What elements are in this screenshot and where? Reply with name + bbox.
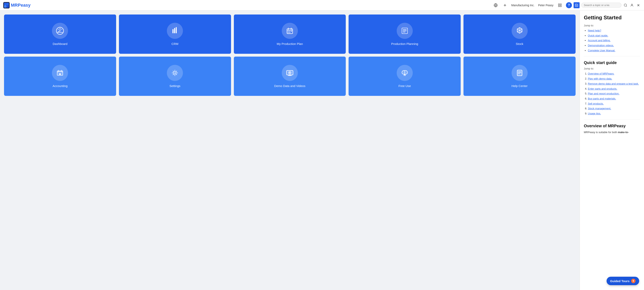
- getting-started-sidebar: Getting Started Jump to: Need help? Quic…: [580, 11, 644, 290]
- add-icon[interactable]: [502, 3, 508, 8]
- qs-link-2[interactable]: Play with demo data.: [588, 77, 612, 80]
- main-layout: Dashboard CRM: [0, 11, 644, 290]
- jump-to-label-2: Jump to:: [584, 67, 640, 70]
- qs-link-8[interactable]: Stock management.: [588, 107, 611, 110]
- svg-rect-10: [560, 4, 562, 5]
- logo-area: MRPeasy: [3, 2, 30, 9]
- tile-help-center[interactable]: Help Center: [464, 57, 576, 96]
- svg-rect-26: [176, 28, 177, 33]
- jump-link-item: Need help?: [588, 28, 640, 33]
- crm-icon-circle: [167, 23, 183, 39]
- tile-production-planning-label: Production Planning: [391, 42, 418, 46]
- tile-production-planning[interactable]: Production Planning: [348, 15, 461, 54]
- tile-settings-label: Settings: [170, 84, 180, 88]
- free-use-icon-circle: [397, 65, 413, 81]
- qs-link-item: Remove demo data and prepare a test task…: [588, 81, 640, 86]
- globe-icon[interactable]: [493, 3, 498, 8]
- svg-rect-37: [288, 32, 288, 33]
- accounting-icon-circle: [52, 65, 68, 81]
- sidebar-jump-links: Need help? Quick start guide. Account an…: [584, 28, 640, 53]
- account-icon[interactable]: [630, 3, 634, 8]
- demo-data-icon-circle: [282, 65, 298, 81]
- search-icon[interactable]: [623, 3, 628, 8]
- sidebar-title: Getting Started: [584, 15, 640, 21]
- tile-crm[interactable]: CRM: [119, 15, 231, 54]
- search-bar: [581, 3, 622, 8]
- qs-link-9[interactable]: Usage tips.: [588, 112, 601, 115]
- dashboard-icon-circle: [52, 23, 68, 39]
- tile-demo-data-label: Demo Data and Videos: [274, 84, 306, 88]
- qs-link-item: Sell products.: [588, 101, 640, 106]
- svg-line-14: [626, 6, 627, 7]
- svg-point-27: [172, 29, 174, 30]
- search-input[interactable]: [584, 4, 610, 7]
- user-avatar-icon[interactable]: [557, 3, 563, 8]
- svg-rect-2: [6, 3, 9, 5]
- qs-link-1[interactable]: Overview of MRPeasy.: [588, 72, 614, 75]
- tile-accounting[interactable]: Accounting: [4, 57, 116, 96]
- svg-rect-9: [558, 4, 560, 5]
- svg-rect-4: [6, 5, 9, 8]
- jump-link-quick-start[interactable]: Quick start guide.: [588, 34, 608, 37]
- tile-free-use-label: Free Use: [398, 84, 411, 88]
- grid-area: Dashboard CRM: [0, 11, 580, 290]
- svg-rect-35: [290, 31, 290, 32]
- qs-link-item: Enter parts and products.: [588, 86, 640, 91]
- tile-accounting-label: Accounting: [52, 84, 68, 88]
- user-name: Peter Peasy: [538, 4, 554, 7]
- qs-link-5[interactable]: Plan and report production.: [588, 92, 620, 95]
- jump-link-need-help[interactable]: Need help?: [588, 29, 601, 32]
- overview-title: Overview of MRPeasy: [584, 124, 640, 128]
- jump-link-item: Account and billing.: [588, 38, 640, 43]
- qs-link-3[interactable]: Remove demo data and prepare a test task…: [588, 82, 639, 85]
- svg-point-28: [174, 28, 175, 29]
- guided-tours-label: Guided Tours: [610, 279, 630, 283]
- svg-point-15: [631, 4, 632, 5]
- svg-rect-25: [174, 29, 175, 33]
- jump-link-item: Demonstration videos.: [588, 43, 640, 48]
- guided-tours-badge: 6: [631, 279, 636, 283]
- svg-rect-36: [291, 31, 292, 32]
- svg-point-29: [176, 27, 177, 28]
- qs-link-4[interactable]: Enter parts and products.: [588, 87, 617, 90]
- qs-link-7[interactable]: Sell products.: [588, 102, 604, 105]
- svg-rect-38: [290, 32, 290, 33]
- svg-point-19: [60, 31, 60, 32]
- tile-dashboard[interactable]: Dashboard: [4, 15, 116, 54]
- logo-text: MRPeasy: [11, 3, 30, 8]
- mrpeasy-logo-icon: [3, 2, 10, 9]
- close-icon[interactable]: [636, 3, 641, 8]
- svg-rect-34: [288, 31, 288, 32]
- qs-link-6[interactable]: Buy parts and materials.: [588, 97, 616, 100]
- production-planning-icon-circle: [397, 23, 413, 39]
- tile-settings[interactable]: Settings: [119, 57, 231, 96]
- guided-tours-button[interactable]: Guided Tours 6: [606, 277, 639, 285]
- qs-link-item: Buy parts and materials.: [588, 96, 640, 101]
- tile-free-use[interactable]: Free Use: [348, 57, 461, 96]
- jump-link-item: Complete User Manual.: [588, 48, 640, 53]
- jump-link-account-billing[interactable]: Account and billing.: [588, 39, 610, 42]
- tile-stock-label: Stock: [516, 42, 524, 46]
- help-button[interactable]: ?: [566, 2, 572, 8]
- jump-link-demo-videos[interactable]: Demonstration videos.: [588, 44, 614, 47]
- tile-production-plan[interactable]: My Production Plan: [234, 15, 346, 54]
- tile-stock[interactable]: Stock: [464, 15, 576, 54]
- checklist-button[interactable]: [574, 2, 580, 8]
- tile-help-center-label: Help Center: [512, 84, 528, 88]
- svg-rect-1: [4, 3, 6, 5]
- header-center: Manufacturing Inc. Peter Peasy: [493, 3, 563, 8]
- tile-demo-data[interactable]: Demo Data and Videos: [234, 57, 346, 96]
- stock-icon-circle: [512, 23, 528, 39]
- tiles-grid: Dashboard CRM: [4, 15, 576, 96]
- svg-line-22: [57, 29, 58, 29]
- svg-rect-12: [558, 6, 560, 7]
- production-plan-icon-circle: [282, 23, 298, 39]
- jump-link-user-manual[interactable]: Complete User Manual.: [588, 49, 616, 52]
- qs-link-item: Play with demo data.: [588, 76, 640, 81]
- svg-rect-11: [560, 6, 562, 7]
- svg-point-47: [174, 72, 176, 74]
- tile-dashboard-label: Dashboard: [53, 42, 68, 46]
- sidebar-divider-2: [584, 119, 640, 120]
- jump-to-label-1: Jump to:: [584, 24, 640, 27]
- svg-point-44: [59, 73, 61, 75]
